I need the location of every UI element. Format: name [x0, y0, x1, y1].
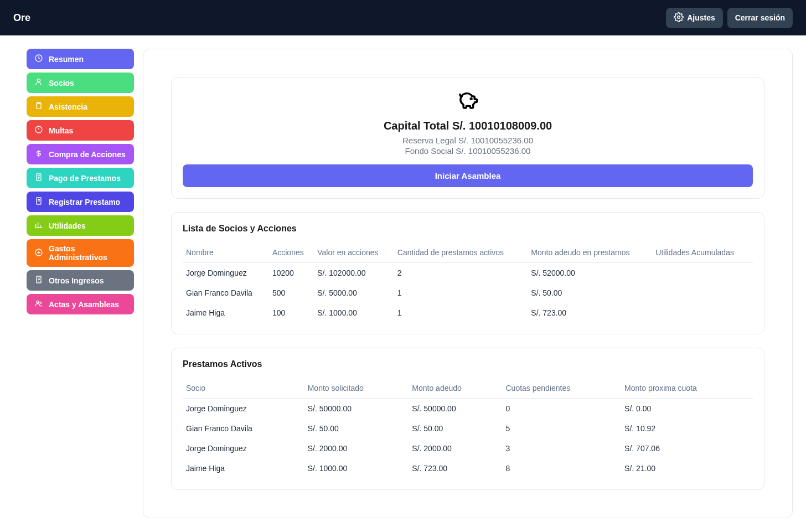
- socios-card: Lista de Socios y Acciones Nombre Accion…: [171, 212, 764, 334]
- cell-acciones: 500: [269, 283, 314, 303]
- table-row: Jorge DominguezS/. 2000.00S/. 2000.003S/…: [183, 438, 753, 458]
- svg-point-9: [37, 301, 39, 303]
- svg-point-0: [678, 16, 680, 18]
- prestamos-title: Prestamos Activos: [183, 359, 753, 369]
- alert-icon: [34, 125, 43, 136]
- sidebar-item-label: Compra de Acciones: [49, 150, 126, 159]
- cell-acciones: 10200: [269, 263, 314, 283]
- cell-cantidad: 1: [394, 303, 528, 323]
- sidebar-item-resumen[interactable]: Resumen: [27, 49, 134, 69]
- users-icon: [34, 299, 43, 309]
- sidebar-item-label: Gastos Administrativos: [49, 244, 126, 262]
- table-row: Jaime Higa100S/. 1000.001S/. 723.00: [183, 303, 753, 323]
- gauge-icon: [34, 54, 43, 64]
- prestamos-table: Socio Monto solicitado Monto adeudo Cuot…: [183, 378, 753, 478]
- sidebar-item-label: Socios: [49, 79, 74, 87]
- cell-acciones: 100: [269, 303, 314, 323]
- settings-label: Ajustes: [687, 13, 715, 22]
- cell-monto: S/. 52000.00: [528, 263, 652, 283]
- table-row: Jorge DominguezS/. 50000.00S/. 50000.000…: [183, 399, 753, 419]
- gear-icon: [674, 12, 684, 24]
- sidebar: Resumen Socios Asistencia Multas Compra …: [27, 49, 134, 518]
- sidebar-item-compra-acciones[interactable]: Compra de Acciones: [27, 144, 134, 164]
- sidebar-item-gastos[interactable]: Gastos Administrativos: [27, 239, 134, 267]
- col-cuotas: Cuotas pendientes: [503, 378, 622, 399]
- sidebar-item-label: Multas: [49, 126, 73, 135]
- col-adeudo: Monto adeudo: [409, 378, 502, 399]
- sidebar-item-pago-prestamos[interactable]: Pago de Prestamos: [27, 168, 134, 188]
- col-monto: Monto adeudo en prestamos: [528, 242, 652, 263]
- iniciar-asamblea-button[interactable]: Iniciar Asamblea: [183, 164, 753, 187]
- sidebar-item-label: Pago de Prestamos: [49, 174, 121, 183]
- cell-cuotas: 0: [503, 399, 622, 419]
- logout-label: Cerrar sesión: [735, 13, 785, 22]
- table-row: Gian Franco Davila500S/. 5000.001S/. 50.…: [183, 283, 753, 303]
- sidebar-item-registrar-prestamo[interactable]: Registrar Prestamo: [27, 192, 134, 212]
- user-icon: [34, 78, 43, 88]
- piggy-bank-icon: [183, 89, 753, 114]
- sidebar-item-utilidades[interactable]: Utilidades: [27, 215, 134, 236]
- cell-socio: Jaime Higa: [183, 458, 304, 478]
- dollar-icon: [34, 149, 43, 159]
- cell-utilidades: [652, 263, 753, 283]
- cell-utilidades: [652, 283, 753, 303]
- cell-solicitado: S/. 50.00: [304, 419, 409, 438]
- cell-proxima: S/. 10.92: [621, 419, 753, 438]
- svg-point-11: [471, 99, 472, 100]
- cell-cuotas: 8: [503, 458, 622, 478]
- cell-adeudo: S/. 2000.00: [409, 438, 502, 458]
- main-content: Capital Total S/. 10010108009.00 Reserva…: [143, 49, 793, 518]
- sidebar-item-asistencia[interactable]: Asistencia: [27, 96, 134, 117]
- sidebar-item-label: Registrar Prestamo: [49, 198, 120, 206]
- app-logo: Ore: [13, 12, 30, 24]
- sidebar-item-actas[interactable]: Actas y Asambleas: [27, 294, 134, 314]
- cell-adeudo: S/. 723.00: [409, 458, 502, 478]
- table-row: Jaime HigaS/. 1000.00S/. 723.008S/. 21.0…: [183, 458, 753, 478]
- receipt-icon: [34, 173, 43, 183]
- header-actions: Ajustes Cerrar sesión: [666, 8, 793, 28]
- cell-cantidad: 2: [394, 263, 528, 283]
- layout: Resumen Socios Asistencia Multas Compra …: [13, 35, 806, 531]
- col-acciones: Acciones: [269, 242, 314, 263]
- sidebar-item-label: Resumen: [49, 55, 84, 64]
- cell-valor: S/. 102000.00: [314, 263, 394, 283]
- cell-solicitado: S/. 2000.00: [304, 438, 409, 458]
- cell-socio: Jorge Dominguez: [183, 399, 304, 419]
- col-valor: Valor en acciones: [314, 242, 394, 263]
- cell-cuotas: 3: [503, 438, 622, 458]
- col-socio: Socio: [183, 378, 304, 399]
- cell-nombre: Jorge Dominguez: [183, 263, 269, 283]
- col-cantidad: Cantidad de prestamos activos: [394, 242, 528, 263]
- cell-adeudo: S/. 50000.00: [409, 399, 502, 419]
- sidebar-item-otros-ingresos[interactable]: Otros Ingresos: [27, 270, 134, 291]
- logout-button[interactable]: Cerrar sesión: [727, 8, 793, 28]
- cell-solicitado: S/. 1000.00: [304, 458, 409, 478]
- col-solicitado: Monto solicitado: [304, 378, 409, 399]
- document-icon: [34, 275, 43, 286]
- socios-title: Lista de Socios y Acciones: [183, 224, 753, 234]
- sidebar-item-multas[interactable]: Multas: [27, 120, 134, 141]
- cell-proxima: S/. 707.06: [621, 438, 753, 458]
- sidebar-item-socios[interactable]: Socios: [27, 73, 134, 93]
- cell-utilidades: [652, 303, 753, 323]
- sidebar-item-label: Otros Ingresos: [49, 276, 104, 285]
- cell-nombre: Jaime Higa: [183, 303, 269, 323]
- cell-monto: S/. 50.00: [528, 283, 652, 303]
- clipboard-icon: [34, 101, 43, 112]
- chart-icon: [34, 220, 43, 231]
- col-nombre: Nombre: [183, 242, 269, 263]
- settings-button[interactable]: Ajustes: [666, 8, 723, 28]
- prestamos-card: Prestamos Activos Socio Monto solicitado…: [171, 348, 764, 490]
- cell-nombre: Gian Franco Davila: [183, 283, 269, 303]
- cell-valor: S/. 5000.00: [314, 283, 394, 303]
- cell-socio: Gian Franco Davila: [183, 419, 304, 438]
- socios-table: Nombre Acciones Valor en acciones Cantid…: [183, 242, 753, 323]
- cell-socio: Jorge Dominguez: [183, 438, 304, 458]
- cell-adeudo: S/. 50.00: [409, 419, 502, 438]
- col-proxima: Monto proxima cuota: [621, 378, 753, 399]
- cell-solicitado: S/. 50000.00: [304, 399, 409, 419]
- sidebar-item-label: Asistencia: [49, 102, 87, 111]
- cell-cuotas: 5: [503, 419, 622, 438]
- capital-total: Capital Total S/. 10010108009.00: [183, 120, 753, 132]
- col-utilidades: Utilidades Acumuladas: [652, 242, 753, 263]
